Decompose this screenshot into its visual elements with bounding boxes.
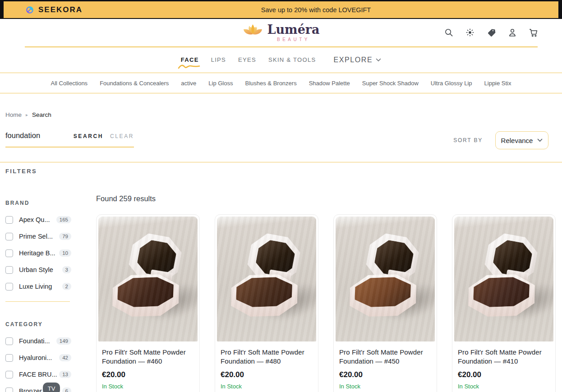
product-title[interactable]: Pro Filt'r Soft Matte Powder Foundation … [221,348,313,366]
breadcrumb-separator-icon: ▸ [26,112,28,117]
content: BRANDApex Qu...165Prime Sel...79Heritage… [0,175,562,392]
subnav-item-foundations-concealers[interactable]: Foundations & Concealers [100,80,169,87]
filter-checkbox[interactable] [5,249,13,257]
subnav-item-all-collections[interactable]: All Collections [51,80,88,87]
filter-item[interactable]: Foundati...149 [5,337,71,345]
filter-label: Heritage B... [19,249,55,257]
subnav-item-lip-gloss[interactable]: Lip Gloss [208,80,233,87]
filters-bar: FILTERS [0,162,562,175]
store-logo[interactable]: Luméra BEAUTY [242,23,319,42]
chevron-down-icon [376,58,381,62]
compact-mirror [254,239,296,278]
product-title[interactable]: Pro Filt'r Soft Matte Powder Foundation … [102,348,194,366]
filter-checkbox[interactable] [5,354,13,362]
filter-label: Urban Style [19,266,53,273]
active-tab-squiggle-icon [177,64,201,69]
promo-bar: SEEKORA Save up to 20% with code LOVEGIF… [0,0,562,19]
filter-item[interactable]: Bronzer6 [5,387,71,392]
filter-item[interactable]: FACE BRU...13 [5,370,71,378]
seekora-wordmark: SEEKORA [38,5,83,14]
filter-item[interactable]: Urban Style3 [5,266,71,274]
subnav-item-shadow-palette[interactable]: Shadow Palette [309,80,350,87]
filter-count-badge: 6 [62,387,71,392]
filter-item[interactable]: Prime Sel...79 [5,232,71,240]
filter-checkbox[interactable] [5,387,13,392]
tab-face[interactable]: FACE [181,56,199,63]
product-card[interactable]: Pro Filt'r Soft Matte Powder Foundation … [333,214,437,392]
filter-item[interactable]: Heritage B...10 [5,249,71,257]
tab-lips[interactable]: LIPS [211,56,226,63]
breadcrumb-current: Search [32,111,51,118]
primary-nav: FACELIPSEYESSKIN & TOOLSEXPLORE [0,47,562,73]
powder-pan [472,276,530,308]
subnav-item-super-shock-shadow[interactable]: Super Shock Shadow [362,80,419,87]
site-header: Luméra BEAUTY [0,19,562,47]
product-image[interactable] [217,217,316,341]
product-price: €20.00 [221,370,313,379]
product-card[interactable]: Pro Filt'r Soft Matte Powder Foundation … [215,214,318,392]
theme-toggle-icon[interactable] [465,28,475,37]
subnav-item-ultra-glossy-lip[interactable]: Ultra Glossy Lip [431,80,472,87]
product-image[interactable] [98,217,198,341]
compact-mirror [492,239,534,278]
search-icon[interactable] [444,28,454,37]
filter-group-label-category: CATEGORY [5,321,71,327]
tv-overlay-badge: TV [43,383,60,392]
product-card[interactable]: Pro Filt'r Soft Matte Powder Foundation … [96,214,200,392]
filter-item[interactable]: Apex Qu...165 [5,216,71,224]
account-icon[interactable] [507,28,517,37]
breadcrumb-home[interactable]: Home [5,111,22,118]
product-image[interactable] [454,217,553,341]
header-icons [444,28,539,37]
filter-checkbox[interactable] [5,216,13,224]
product-image[interactable] [336,217,435,341]
product-title[interactable]: Pro Filt'r Soft Matte Powder Foundation … [458,348,550,366]
filter-checkbox[interactable] [5,337,13,345]
tag-icon[interactable] [486,28,496,37]
tab-skin-tools[interactable]: SKIN & TOOLS [268,56,316,63]
filter-count-badge: 13 [59,371,71,378]
compact-shadow [255,276,316,328]
compact-base [230,272,299,318]
tab-eyes[interactable]: EYES [238,56,256,63]
filter-count-badge: 165 [56,216,71,223]
product-title[interactable]: Pro Filt'r Soft Matte Powder Foundation … [339,348,431,366]
subnav-item-blushes-bronzers[interactable]: Blushes & Bronzers [245,80,297,87]
filter-group-label-brand: BRAND [5,200,71,206]
filter-item[interactable]: Luxe Living2 [5,282,71,291]
filter-count-badge: 2 [62,283,71,290]
seekora-logo[interactable]: SEEKORA [25,5,83,14]
search-button[interactable]: SEARCH [74,133,103,139]
subnav-item-active[interactable]: active [181,80,196,87]
results-area: Found 259 results Pro Filt'r Soft Matte … [71,175,562,392]
filter-checkbox[interactable] [5,233,13,240]
powder-pan [354,276,412,308]
compact-lid [127,231,184,286]
product-info: Pro Filt'r Soft Matte Powder Foundation … [217,341,316,392]
filter-label: Prime Sel... [19,233,53,240]
tab-explore[interactable]: EXPLORE [333,56,381,64]
subnav-item-lippie-stix[interactable]: Lippie Stix [484,80,511,87]
compact-mirror [136,239,178,278]
compact-base [111,272,181,318]
filter-checkbox[interactable] [5,283,13,291]
product-price: €20.00 [102,370,194,379]
filter-item[interactable]: Hyaluroni...42 [5,354,71,362]
sort-controls: SORT BY Relevance [453,131,548,149]
sort-by-label: SORT BY [453,137,483,143]
product-card[interactable]: Pro Filt'r Soft Matte Powder Foundation … [452,214,556,392]
filter-checkbox[interactable] [5,266,13,274]
promo-banner: SEEKORA Save up to 20% with code LOVEGIF… [4,1,558,18]
results-summary: Found 259 results [96,194,562,203]
compact-hinge [387,269,410,281]
search-input[interactable]: foundation [5,131,74,140]
sort-select[interactable]: Relevance [495,131,548,149]
filter-label: Bronzer [19,387,42,392]
clear-button[interactable]: CLEAR [110,133,134,139]
product-price: €20.00 [458,370,550,379]
stock-badge: In Stock [339,383,431,390]
compact-base [467,272,537,318]
cart-icon[interactable] [529,28,539,37]
chevron-down-icon [537,138,543,142]
filter-checkbox[interactable] [5,371,13,378]
